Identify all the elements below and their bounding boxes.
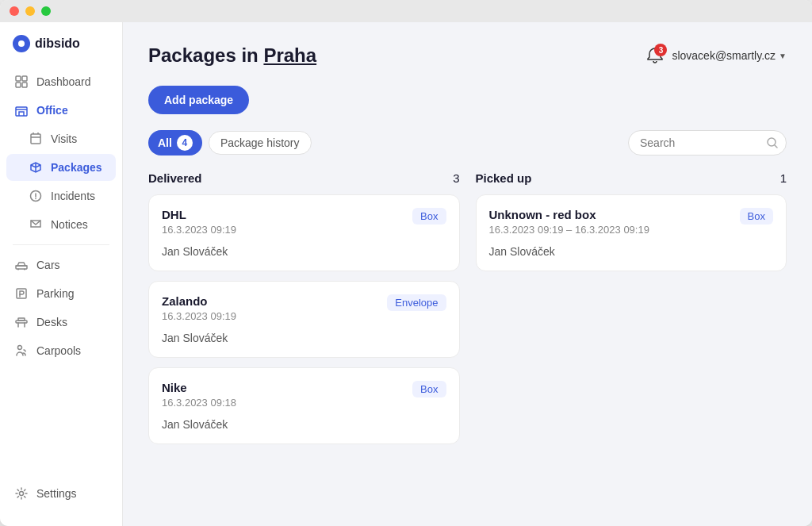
card-left: Unknown - red box 16.3.2023 09:19 – 16.3… xyxy=(489,208,649,236)
close-dot[interactable] xyxy=(10,6,19,16)
sidebar-item-label-office: Office xyxy=(36,104,68,117)
main-content: Packages in Praha 3 slovacek@smartly.cz … xyxy=(123,22,812,526)
logo: dibsido xyxy=(0,35,122,68)
svg-point-13 xyxy=(18,346,22,350)
delivered-column: Delivered 3 DHL 16.3.2023 09:19 Box Jan xyxy=(148,171,460,454)
delivered-title: Delivered xyxy=(148,171,202,185)
sidebar-item-label-carpools: Carpools xyxy=(36,344,81,357)
user-menu[interactable]: slovacek@smartly.cz ▼ xyxy=(672,49,787,62)
logo-text: dibsido xyxy=(35,36,80,51)
sidebar-item-label-parking: Parking xyxy=(36,287,74,300)
tab-all-label: All xyxy=(158,136,172,149)
search-input[interactable] xyxy=(628,130,787,155)
titlebar xyxy=(0,0,812,22)
logo-dot xyxy=(18,40,25,47)
svg-point-8 xyxy=(17,269,19,271)
tab-all[interactable]: All 4 xyxy=(148,130,202,155)
picked-up-column-header: Picked up 1 xyxy=(476,171,787,185)
sidebar-item-settings[interactable]: Settings xyxy=(6,480,116,507)
card-recipient: Jan Slováček xyxy=(162,245,446,258)
sidebar-item-packages[interactable]: Packages xyxy=(6,154,116,181)
logo-icon xyxy=(13,35,30,52)
delivered-column-header: Delivered 3 xyxy=(148,171,460,185)
nav-divider xyxy=(13,244,109,245)
card-left: DHL 16.3.2023 09:19 xyxy=(162,208,236,236)
add-package-button[interactable]: Add package xyxy=(148,86,249,114)
search-wrap xyxy=(628,130,787,155)
card-date: 16.3.2023 09:19 – 16.3.2023 09:19 xyxy=(489,224,649,236)
package-card-nike[interactable]: Nike 16.3.2023 09:18 Box Jan Slováček xyxy=(148,367,460,444)
cars-icon xyxy=(14,258,29,272)
card-badge: Box xyxy=(740,208,773,225)
card-badge: Envelope xyxy=(387,294,446,311)
nav-items: Dashboard Office xyxy=(0,68,122,474)
title-prefix: Packages in xyxy=(148,44,263,66)
card-top: Nike 16.3.2023 09:18 Box xyxy=(162,381,446,409)
card-recipient: Jan Slováček xyxy=(162,332,446,344)
card-sender: DHL xyxy=(162,208,236,221)
page-title: Packages in Praha xyxy=(148,44,316,67)
svg-rect-7 xyxy=(16,266,27,269)
sidebar-item-parking[interactable]: Parking xyxy=(6,280,116,307)
card-top: DHL 16.3.2023 09:19 Box xyxy=(162,208,446,236)
sidebar-item-desks[interactable]: Desks xyxy=(6,309,116,336)
sidebar-item-notices[interactable]: Notices xyxy=(6,211,116,238)
sidebar-item-incidents[interactable]: Incidents xyxy=(6,182,116,209)
picked-up-count: 1 xyxy=(780,171,787,185)
settings-icon xyxy=(14,486,29,501)
sidebar-item-label-packages: Packages xyxy=(51,161,102,174)
parking-icon xyxy=(14,286,29,301)
sidebar-item-dashboard[interactable]: Dashboard xyxy=(6,68,116,95)
delivered-count: 3 xyxy=(453,171,459,185)
user-email-text: slovacek@smartly.cz xyxy=(672,49,776,62)
minimize-dot[interactable] xyxy=(25,6,35,16)
notification-bell[interactable]: 3 xyxy=(646,47,664,64)
card-sender: Nike xyxy=(162,381,236,394)
chevron-down-icon: ▼ xyxy=(779,52,787,60)
sidebar-item-label-incidents: Incidents xyxy=(51,190,95,202)
toolbar: Add package xyxy=(148,86,787,114)
sidebar-item-carpools[interactable]: Carpools xyxy=(6,337,116,364)
package-card-unknown[interactable]: Unknown - red box 16.3.2023 09:19 – 16.3… xyxy=(476,194,787,271)
sidebar-item-label-visits: Visits xyxy=(51,132,77,145)
sidebar-item-visits[interactable]: Visits xyxy=(6,125,116,152)
title-location: Praha xyxy=(263,44,316,66)
desks-icon xyxy=(14,315,29,329)
packages-icon xyxy=(29,160,43,175)
card-date: 16.3.2023 09:19 xyxy=(162,224,236,236)
header-right: 3 slovacek@smartly.cz ▼ xyxy=(646,47,787,64)
svg-rect-0 xyxy=(16,76,21,81)
svg-point-14 xyxy=(20,492,24,496)
search-icon xyxy=(766,136,779,149)
sidebar: dibsido Dashboard xyxy=(0,22,123,526)
tab-package-history[interactable]: Package history xyxy=(209,131,312,155)
incidents-icon xyxy=(29,189,43,203)
card-sender: Unknown - red box xyxy=(489,208,649,221)
card-top: Zalando 16.3.2023 09:19 Envelope xyxy=(162,294,446,322)
svg-rect-12 xyxy=(18,318,25,321)
app-window: dibsido Dashboard xyxy=(0,0,812,526)
tabs-bar: All 4 Package history xyxy=(148,130,787,155)
sidebar-footer: Settings xyxy=(0,474,122,513)
card-top: Unknown - red box 16.3.2023 09:19 – 16.3… xyxy=(489,208,774,236)
card-left: Nike 16.3.2023 09:18 xyxy=(162,381,236,409)
tab-all-badge: 4 xyxy=(177,135,193,151)
card-recipient: Jan Slováček xyxy=(489,245,774,258)
sidebar-item-label-cars: Cars xyxy=(36,259,60,271)
dashboard-icon xyxy=(14,75,29,89)
sidebar-item-office[interactable]: Office xyxy=(6,97,116,124)
notices-icon xyxy=(29,217,43,232)
package-card-dhl[interactable]: DHL 16.3.2023 09:19 Box Jan Slováček xyxy=(148,194,460,271)
card-date: 16.3.2023 09:19 xyxy=(162,310,236,322)
visits-icon xyxy=(29,132,43,146)
package-card-zalando[interactable]: Zalando 16.3.2023 09:19 Envelope Jan Slo… xyxy=(148,281,460,358)
app-body: dibsido Dashboard xyxy=(0,22,812,526)
carpools-icon xyxy=(14,344,29,358)
svg-rect-10 xyxy=(17,289,26,298)
maximize-dot[interactable] xyxy=(41,6,51,16)
card-left: Zalando 16.3.2023 09:19 xyxy=(162,294,236,322)
sidebar-item-cars[interactable]: Cars xyxy=(6,251,116,278)
sidebar-item-label-notices: Notices xyxy=(51,218,88,231)
sidebar-item-label-desks: Desks xyxy=(36,316,67,328)
card-date: 16.3.2023 09:18 xyxy=(162,397,236,409)
